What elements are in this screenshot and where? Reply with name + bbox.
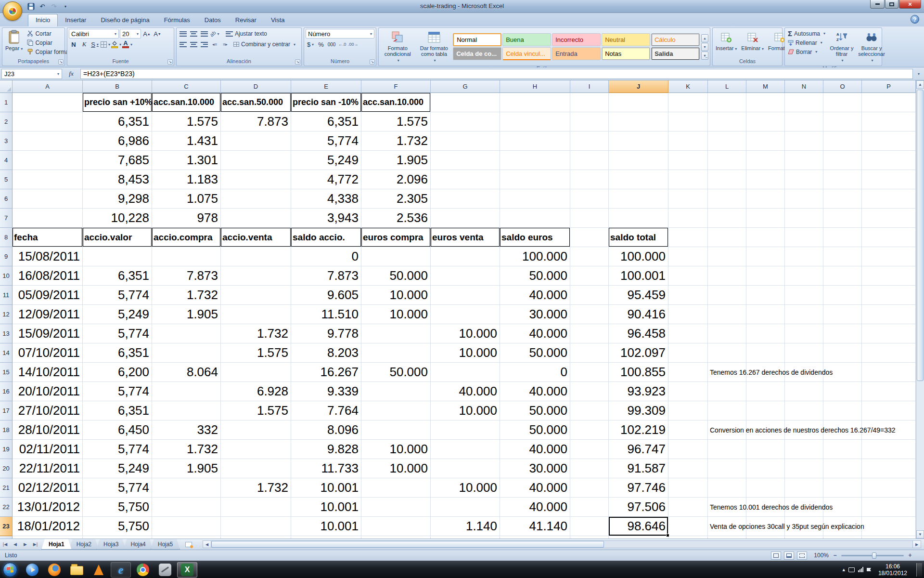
font-family-combo[interactable]: Calibri▾	[69, 29, 119, 39]
cell-O8[interactable]	[823, 228, 862, 247]
cell-O13[interactable]	[823, 324, 862, 343]
column-header-b[interactable]: B	[83, 80, 152, 93]
cell-K12[interactable]	[668, 305, 708, 324]
zoom-slider[interactable]	[841, 555, 904, 556]
merge-center-button[interactable]: Combinar y centrar ▾	[232, 40, 297, 49]
cell-L19[interactable]	[708, 440, 746, 459]
office-button[interactable]	[3, 1, 22, 21]
cell-J15[interactable]: 100.855	[609, 363, 668, 382]
cell-A12[interactable]: 12/09/2011	[13, 305, 83, 324]
cell-C7[interactable]: 978	[152, 209, 221, 228]
cell-I4[interactable]	[570, 151, 609, 170]
cell-N1[interactable]	[785, 93, 823, 112]
cell-P5[interactable]	[862, 170, 916, 189]
cell-E3[interactable]: 5,774	[291, 131, 361, 151]
cell-L8[interactable]	[708, 228, 746, 247]
hidden-icons-chevron[interactable]: ▴	[842, 566, 845, 573]
cell-D7[interactable]	[221, 209, 291, 228]
cell-N16[interactable]	[785, 382, 823, 401]
cell-A8[interactable]: fecha	[13, 228, 83, 247]
cell-E15[interactable]: 16.267	[291, 363, 361, 382]
cell-style-notas[interactable]: Notas	[602, 47, 650, 60]
excel-icon[interactable]: X	[177, 562, 197, 578]
cell-I2[interactable]	[570, 112, 609, 131]
cell-K8[interactable]	[668, 228, 708, 247]
cell-O3[interactable]	[823, 131, 862, 151]
cell-O14[interactable]	[823, 343, 862, 363]
cell-I20[interactable]	[570, 459, 609, 478]
cell-H19[interactable]: 40.000	[500, 440, 570, 459]
cell-P16[interactable]	[862, 382, 916, 401]
currency-format-button[interactable]: $▾	[306, 39, 315, 49]
last-sheet-button[interactable]: ▶|	[30, 539, 40, 550]
cell-G12[interactable]	[431, 305, 500, 324]
cell-G17[interactable]: 10.000	[431, 401, 500, 420]
cell-A3[interactable]	[13, 131, 83, 151]
cell-D11[interactable]	[221, 286, 291, 305]
cell-K2[interactable]	[668, 112, 708, 131]
cell-F6[interactable]: 2.305	[361, 189, 431, 209]
maximize-button[interactable]	[885, 0, 898, 9]
sheet-tab-hoja5[interactable]: Hoja5	[151, 539, 180, 550]
cell-N11[interactable]	[785, 286, 823, 305]
cell-O4[interactable]	[823, 151, 862, 170]
cell-A19[interactable]: 02/11/2011	[13, 440, 83, 459]
cell-J11[interactable]: 95.459	[609, 286, 668, 305]
cell-C11[interactable]: 1.732	[152, 286, 221, 305]
cell-P17[interactable]	[862, 401, 916, 420]
taskbar-clock[interactable]: 16:06 18/01/2012	[878, 563, 907, 577]
cell-P23[interactable]	[862, 517, 916, 536]
cell-note[interactable]: Tenemos 16.267 derechos de dividendos	[710, 363, 833, 382]
expand-formula-bar-button[interactable]: ▾	[915, 72, 923, 76]
cell-F14[interactable]	[361, 343, 431, 363]
firefox-icon[interactable]	[44, 562, 64, 578]
cell-F13[interactable]	[361, 324, 431, 343]
conditional-formatting-button[interactable]: Formato condicional▾	[380, 29, 415, 65]
dialog-launcher-icon[interactable]: ↘	[295, 59, 300, 65]
cell-K20[interactable]	[668, 459, 708, 478]
cell-H18[interactable]: 50.000	[500, 420, 570, 440]
align-left-button[interactable]	[178, 39, 188, 49]
cell-I21[interactable]	[570, 478, 609, 498]
column-header-j[interactable]: J	[609, 80, 668, 93]
cell-G23[interactable]: 1.140	[431, 517, 500, 536]
row-header-23[interactable]: 23	[0, 517, 13, 536]
cell-F20[interactable]: 10.000	[361, 459, 431, 478]
row-header-19[interactable]: 19	[0, 440, 13, 459]
cell-P19[interactable]	[862, 440, 916, 459]
cell-J17[interactable]: 99.309	[609, 401, 668, 420]
align-top-button[interactable]	[178, 29, 188, 39]
cell-C8[interactable]: accio.compra	[152, 228, 221, 247]
name-box[interactable]: J23▾	[1, 69, 62, 79]
cell-C17[interactable]	[152, 401, 221, 420]
cell-P15[interactable]	[862, 363, 916, 382]
cell-H7[interactable]	[500, 209, 570, 228]
cell-L17[interactable]	[708, 401, 746, 420]
cell-P10[interactable]	[862, 266, 916, 286]
cell-G15[interactable]	[431, 363, 500, 382]
borders-button[interactable]: ▾	[101, 39, 110, 49]
cell-K9[interactable]	[668, 247, 708, 266]
scroll-left-button[interactable]: ◀	[203, 540, 211, 548]
cell-N12[interactable]	[785, 305, 823, 324]
cell-M21[interactable]	[746, 478, 785, 498]
cell-I23[interactable]	[570, 517, 609, 536]
horizontal-scroll-thumb[interactable]	[211, 541, 604, 548]
cell-D20[interactable]	[221, 459, 291, 478]
cell-F22[interactable]	[361, 498, 431, 517]
cell-L10[interactable]	[708, 266, 746, 286]
cell-D17[interactable]: 1.575	[221, 401, 291, 420]
cell-J22[interactable]: 97.506	[609, 498, 668, 517]
insert-cells-button[interactable]: Insertar▾	[714, 29, 738, 57]
zoom-in-button[interactable]: +	[907, 552, 913, 559]
cell-B11[interactable]: 5,774	[83, 286, 152, 305]
cell-B12[interactable]: 5,249	[83, 305, 152, 324]
sheet-tab-hoja1[interactable]: Hoja1	[41, 539, 72, 550]
cell-C1[interactable]: acc.san.10.000	[152, 93, 221, 112]
cell-O12[interactable]	[823, 305, 862, 324]
cell-C23[interactable]	[152, 517, 221, 536]
cell-I10[interactable]	[570, 266, 609, 286]
gallery-down-button[interactable]: ▼	[701, 43, 708, 51]
cell-C12[interactable]: 1.905	[152, 305, 221, 324]
cell-H16[interactable]: 40.000	[500, 382, 570, 401]
